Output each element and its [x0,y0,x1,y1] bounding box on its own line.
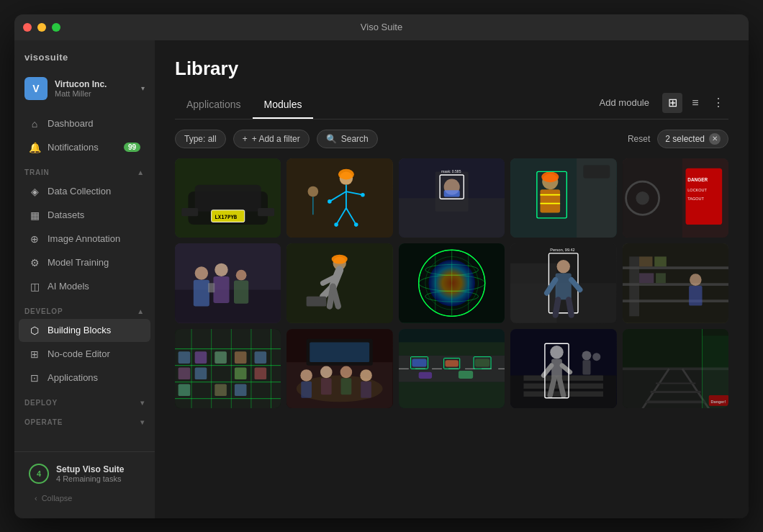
account-section[interactable]: V Virtucon Inc. Matt Miller ▾ [14,71,155,109]
sidebar-item-applications[interactable]: ⊡ Applications [19,366,150,389]
chevron-down-icon: ▾ [140,418,145,426]
sidebar-item-ai-models[interactable]: ◫ AI Models [19,275,150,298]
maximize-button[interactable] [52,23,60,32]
sidebar-item-building-blocks[interactable]: ⬡ Building Blocks [19,319,150,342]
svg-rect-119 [179,384,191,396]
sidebar-footer: 4 Setup Viso Suite 4 Remaining tasks ‹ C… [14,451,155,513]
close-button[interactable] [23,23,32,32]
collapse-button[interactable]: ‹ Collapse [24,490,145,507]
list-view-button[interactable]: ≡ [685,93,705,113]
sidebar-nav: ⌂ Dashboard 🔔 Notifications 99 TRAIN ▲ ◈… [14,109,155,451]
sidebar-item-data-collection[interactable]: ◈ Data Collection [19,180,150,203]
chevron-up-icon: ▲ [137,168,145,176]
table-icon: ▦ [29,209,40,221]
svg-text:mask: 0.585: mask: 0.585 [441,169,461,173]
sidebar-item-datasets[interactable]: ▦ Datasets [19,204,150,227]
svg-point-125 [301,369,313,382]
svg-rect-138 [412,359,426,366]
svg-point-153 [550,346,563,359]
svg-rect-93 [639,256,652,266]
sidebar-item-label: Data Collection [48,186,111,197]
search-filter[interactable]: 🔍 Search [317,130,378,148]
svg-point-160 [582,351,592,360]
sidebar-item-image-annotation[interactable]: ⊕ Image Annotation [19,227,150,251]
gallery-item-8[interactable] [399,243,505,323]
svg-point-18 [335,222,339,227]
setup-item[interactable]: 4 Setup Viso Suite 4 Remaining tasks [24,458,145,490]
sidebar: visosuite V Virtucon Inc. Matt Miller ▾ … [14,40,155,518]
sidebar-item-model-training[interactable]: ⚙ Model Training [19,251,150,274]
svg-rect-117 [235,367,247,379]
gallery-item-13[interactable] [399,329,505,409]
gallery-item-7[interactable] [286,243,392,323]
svg-point-50 [215,263,227,276]
svg-rect-110 [179,351,191,364]
svg-point-74 [428,260,474,306]
gallery-item-5[interactable]: DANGER LOCKOUT TAGOUT [623,158,728,238]
tab-modules[interactable]: Modules [253,93,314,119]
account-company: Virtucon Inc. [55,79,134,89]
gallery-item-10[interactable] [623,243,728,323]
gallery-item-9[interactable]: Person, 99.42 [510,243,616,323]
add-filter-button[interactable]: + + Add a filter [233,130,310,148]
sidebar-item-label: Notifications [48,142,99,153]
svg-point-33 [541,171,559,182]
svg-rect-161 [583,360,591,374]
svg-rect-112 [215,351,227,364]
svg-rect-120 [215,384,227,396]
sidebar-item-no-code-editor[interactable]: ⊞ No-code Editor [19,343,150,366]
gallery-item-1[interactable]: LX17PYB [175,158,281,238]
reset-button[interactable]: Reset [628,134,650,144]
tab-applications[interactable]: Applications [175,93,253,119]
svg-rect-34 [541,189,561,212]
clear-selected-button[interactable]: ✕ [709,133,721,145]
tabs-actions: Add module ⊞ ≡ ⋮ [594,93,728,119]
svg-rect-98 [689,286,702,306]
more-options-button[interactable]: ⋮ [708,93,728,113]
svg-rect-43 [623,158,682,238]
gallery-item-11[interactable] [175,329,281,409]
svg-line-86 [569,299,572,315]
grid-view-button[interactable]: ⊞ [662,93,682,113]
account-info: Virtucon Inc. Matt Miller [55,79,134,98]
gallery-item-3[interactable]: mask: 0.585 [399,158,505,238]
gallery-item-6[interactable] [175,243,281,323]
add-module-button[interactable]: Add module [594,94,655,111]
chevron-left-icon: ‹ [35,494,37,502]
cube-icon: ⬡ [29,325,40,336]
gallery-item-12[interactable] [286,329,392,409]
svg-rect-51 [213,276,229,303]
gallery-item-15[interactable]: Danger! [623,329,728,409]
svg-rect-115 [179,367,191,379]
gallery-item-14[interactable] [510,329,616,409]
search-icon: 🔍 [326,134,337,144]
gallery-item-4[interactable] [510,158,616,238]
svg-rect-114 [255,351,267,364]
sidebar-item-dashboard[interactable]: ⌂ Dashboard [19,112,150,135]
sidebar-item-notifications[interactable]: 🔔 Notifications 99 [19,136,150,159]
type-filter[interactable]: Type: all [175,130,226,148]
sidebar-item-label: Applications [48,372,98,383]
svg-rect-126 [302,381,312,397]
gallery-item-2[interactable] [286,158,392,238]
minimize-button[interactable] [37,23,46,32]
svg-rect-132 [361,381,372,397]
svg-point-19 [354,222,358,227]
titlebar: Viso Suite [14,14,749,40]
svg-rect-140 [475,359,489,366]
gallery-grid: LX17PYB [175,158,728,409]
svg-rect-89 [629,256,639,316]
view-icons: ⊞ ≡ ⋮ [662,93,728,113]
svg-rect-95 [639,273,654,283]
svg-point-162 [592,353,600,361]
svg-rect-146 [399,342,505,355]
svg-rect-121 [235,384,247,396]
svg-rect-147 [399,382,505,408]
chevron-up-icon: ▲ [137,307,145,315]
svg-rect-154 [551,359,562,379]
cpu-icon: ⚙ [29,257,40,269]
svg-point-48 [195,266,208,279]
sidebar-item-label: Dashboard [48,118,94,129]
app-window: Viso Suite visosuite V Virtucon Inc. Mat… [14,14,749,518]
brand-logo: visosuite [24,52,68,63]
